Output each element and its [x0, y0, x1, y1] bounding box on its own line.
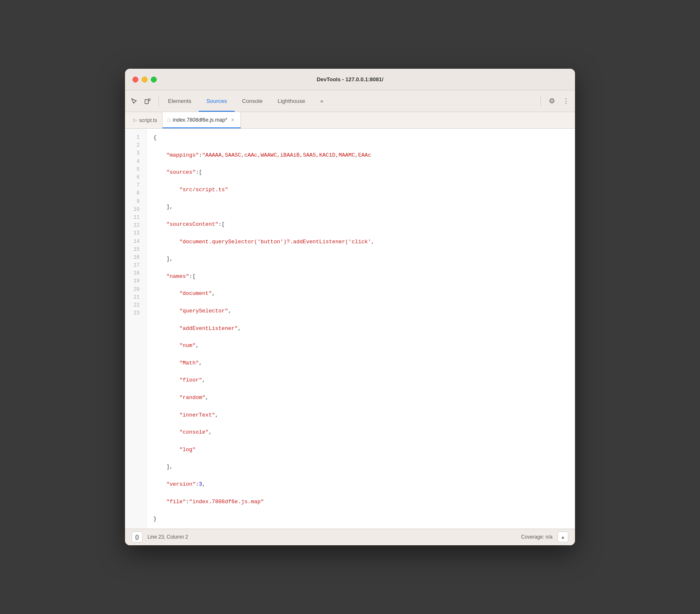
code-line-4: "src/script.ts": [153, 186, 568, 195]
devtools-window: DevTools - 127.0.0.1:8081/ Elements Sour: [125, 69, 575, 545]
device-toolbar-button[interactable]: [142, 95, 153, 107]
code-line-8: ],: [153, 255, 568, 264]
code-line-12: "addEventListener",: [153, 324, 568, 333]
play-icon: ▷: [133, 117, 137, 123]
code-line-17: "innerText",: [153, 411, 568, 420]
title-bar: DevTools - 127.0.0.1:8081/: [125, 69, 575, 90]
close-button[interactable]: [132, 77, 138, 82]
tab-sources[interactable]: Sources: [199, 90, 235, 112]
settings-button[interactable]: ⚙: [546, 95, 558, 107]
file-icon: □: [168, 117, 170, 122]
toolbar-right: ⚙ ⋮: [540, 95, 572, 107]
code-line-15: "floor",: [153, 376, 568, 385]
code-line-20: ],: [153, 463, 568, 472]
code-line-7: "document.querySelector('button')?.addEv…: [153, 238, 568, 247]
status-left: {} Line 23, Column 2: [132, 532, 188, 542]
code-line-22: "file":"index.7808df6e.js.map": [153, 498, 568, 507]
devtools-toolbar: Elements Sources Console Lighthouse » ⚙ …: [125, 90, 575, 112]
code-line-21: "version":3,: [153, 480, 568, 489]
code-line-9: "names":[: [153, 272, 568, 281]
more-options-button[interactable]: ⋮: [560, 95, 572, 107]
svg-rect-1: [149, 99, 150, 101]
file-tab-script-ts[interactable]: ▷ script.ts: [128, 112, 162, 128]
cursor-position: Line 23, Column 2: [148, 534, 188, 540]
code-line-2: "mappings":"AAAAA,SAASC,cAAc,WAAWC,iBAAi…: [153, 151, 568, 160]
code-line-14: "Math",: [153, 359, 568, 368]
code-line-18: "console",: [153, 428, 568, 437]
code-line-3: "sources":[: [153, 168, 568, 177]
svg-rect-0: [145, 100, 148, 104]
code-line-5: ],: [153, 203, 568, 212]
format-button[interactable]: {}: [132, 532, 142, 542]
status-right: Coverage: n/a ▲: [521, 532, 568, 542]
tab-lighthouse[interactable]: Lighthouse: [270, 90, 312, 112]
file-tab-index-map[interactable]: □ index.7808df6e.js.map* ×: [162, 112, 241, 128]
coverage-label: Coverage: n/a: [521, 534, 552, 540]
coverage-button[interactable]: ▲: [558, 532, 568, 542]
line-numbers: 1 2 3 4 5 6 7 8 9 10 11 12 13 14 15 16 1…: [125, 129, 147, 529]
status-bar: {} Line 23, Column 2 Coverage: n/a ▲: [125, 529, 575, 545]
code-line-23: }: [153, 515, 568, 524]
tab-elements[interactable]: Elements: [160, 90, 199, 112]
window-title: DevTools - 127.0.0.1:8081/: [317, 76, 383, 82]
code-line-1: {: [153, 134, 568, 142]
code-editor: 1 2 3 4 5 6 7 8 9 10 11 12 13 14 15 16 1…: [125, 129, 575, 529]
code-line-6: "sourcesContent":[: [153, 220, 568, 229]
code-content[interactable]: { "mappings":"AAAAA,SAASC,cAAc,WAAWC,iBA…: [147, 129, 575, 529]
code-line-16: "random",: [153, 394, 568, 402]
file-tabs: ▷ script.ts □ index.7808df6e.js.map* ×: [125, 112, 575, 129]
tab-console[interactable]: Console: [235, 90, 270, 112]
tab-list: Elements Sources Console Lighthouse »: [160, 90, 540, 112]
code-line-11: "querySelector",: [153, 307, 568, 316]
close-tab-button[interactable]: ×: [230, 117, 235, 123]
inspect-element-button[interactable]: [128, 95, 140, 107]
code-line-13: "num",: [153, 342, 568, 350]
minimize-button[interactable]: [142, 77, 148, 82]
code-line-10: "document",: [153, 290, 568, 298]
coverage-icon: ▲: [561, 535, 565, 539]
code-line-19: "log": [153, 446, 568, 454]
tab-more[interactable]: »: [312, 90, 331, 112]
toolbar-icons: [128, 95, 159, 107]
traffic-lights: [132, 77, 157, 82]
maximize-button[interactable]: [151, 77, 157, 82]
